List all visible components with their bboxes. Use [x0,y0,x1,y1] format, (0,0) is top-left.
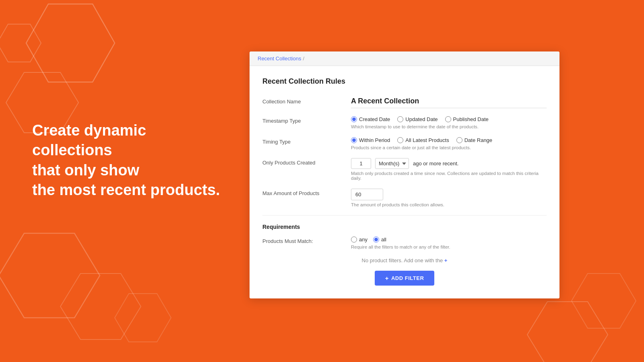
match-any-radio[interactable] [351,237,357,243]
add-filter-icon: + [385,275,389,282]
breadcrumb-link[interactable]: Recent Collections [258,56,301,62]
max-amount-input[interactable] [351,189,383,200]
match-all-radio[interactable] [373,237,379,243]
max-amount-field: The amount of products this collection a… [351,189,547,207]
collection-name-field: A Recent Collection [351,97,547,108]
opc-hint: Match only products created a time since… [351,171,547,181]
add-filter-button[interactable]: + ADD FILTER [375,271,435,286]
match-radio-group: any all [351,237,547,243]
breadcrumb-separator: / [303,56,304,62]
svg-marker-4 [60,274,141,339]
requirements-title: Requirements [262,224,547,230]
timestamp-published-label: Published Date [453,116,489,122]
timestamp-published-option[interactable]: Published Date [445,116,489,122]
svg-marker-0 [26,4,115,82]
products-match-field: any all Require all the filters to match… [351,237,547,249]
match-any-label: any [359,237,367,243]
timestamp-created-option[interactable]: Created Date [351,116,390,122]
svg-marker-3 [0,233,100,318]
collection-name-value: A Recent Collection [351,97,547,108]
opc-suffix: ago or more recent. [413,160,458,167]
timing-within-option[interactable]: Within Period [351,137,390,143]
opc-period-select[interactable]: Day(s) Week(s) Month(s) Year(s) [375,158,409,169]
main-card: Recent Collections / Recent Collection R… [250,51,559,298]
timestamp-updated-label: Updated Date [405,116,438,122]
collection-name-row: Collection Name A Recent Collection [262,97,547,108]
match-all-label: all [381,237,386,243]
hero-line2: that only show [32,160,225,180]
timestamp-hint: Which timestamp to use to determine the … [351,124,547,129]
hero-line3: the most recent products. [32,180,225,200]
hero-line1: Create dynamic collections [32,121,225,160]
timestamp-radio-group: Created Date Updated Date Published Date [351,116,547,122]
form-content: Recent Collection Rules Collection Name … [250,66,559,298]
breadcrumb-bar: Recent Collections / [250,51,559,66]
timestamp-updated-option[interactable]: Updated Date [397,116,438,122]
timing-latest-option[interactable]: All Latest Products [397,137,449,143]
products-match-row: Products Must Match: any all Require all… [262,237,547,249]
opc-number-input[interactable] [351,158,371,169]
hero-text: Create dynamic collections that only sho… [32,121,225,200]
opc-label: Only Products Created [262,158,351,166]
form-title: Recent Collection Rules [262,77,547,86]
match-all-option[interactable]: all [373,237,386,243]
timestamp-type-label: Timestamp Type [262,116,351,124]
max-amount-row: Max Amount of Products The amount of pro… [262,189,547,207]
timing-latest-radio[interactable] [397,137,403,143]
match-hint: Require all the filters to match or any … [351,245,547,249]
products-match-label: Products Must Match: [262,237,351,244]
svg-marker-6 [527,302,608,362]
timing-type-label: Timing Type [262,137,351,145]
no-filters-plus[interactable]: + [444,257,448,263]
svg-marker-7 [572,274,636,328]
max-amount-label: Max Amount of Products [262,189,351,196]
timestamp-type-field: Created Date Updated Date Published Date… [351,116,547,129]
timing-daterange-radio[interactable] [456,137,462,143]
timing-type-row: Timing Type Within Period All Latest Pro… [262,137,547,150]
opc-controls: Day(s) Week(s) Month(s) Year(s) ago or m… [351,158,547,169]
add-filter-label: ADD FILTER [391,275,424,281]
timing-latest-label: All Latest Products [405,137,449,143]
timestamp-updated-radio[interactable] [397,116,403,122]
svg-marker-1 [0,24,41,62]
section-divider [262,215,547,216]
timestamp-created-radio[interactable] [351,116,357,122]
timestamp-published-radio[interactable] [445,116,451,122]
timing-daterange-option[interactable]: Date Range [456,137,492,143]
no-filters-text: No product filters. Add one with the + [262,257,547,263]
svg-marker-5 [115,294,171,342]
no-filters-label: No product filters. Add one with the [362,257,443,263]
timing-hint: Products since a certain date or just al… [351,145,547,150]
opc-field: Day(s) Week(s) Month(s) Year(s) ago or m… [351,158,547,181]
match-any-option[interactable]: any [351,237,367,243]
timing-radio-group: Within Period All Latest Products Date R… [351,137,547,143]
timing-daterange-label: Date Range [464,137,492,143]
timestamp-type-row: Timestamp Type Created Date Updated Date… [262,116,547,129]
opc-row: Only Products Created Day(s) Week(s) Mon… [262,158,547,181]
timing-type-field: Within Period All Latest Products Date R… [351,137,547,150]
collection-name-label: Collection Name [262,97,351,105]
timestamp-created-label: Created Date [359,116,390,122]
max-amount-hint: The amount of products this collection a… [351,202,547,207]
timing-within-radio[interactable] [351,137,357,143]
timing-within-label: Within Period [359,137,390,143]
